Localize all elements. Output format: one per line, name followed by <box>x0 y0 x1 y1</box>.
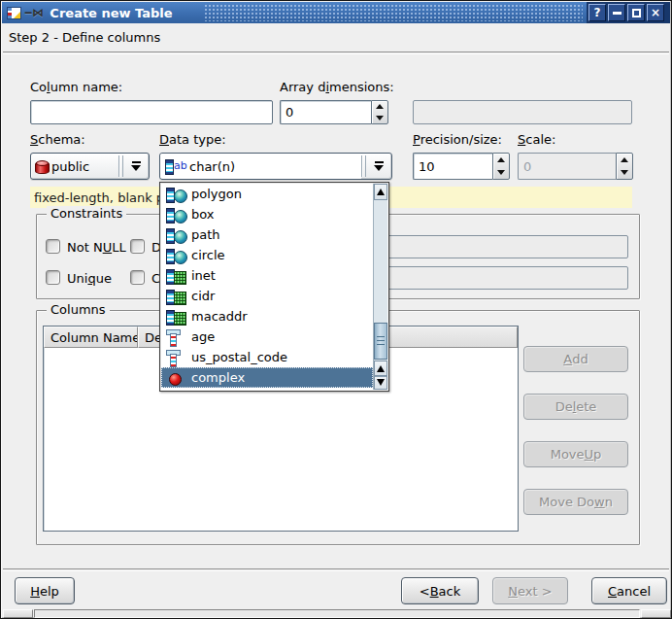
scale-spinner <box>518 153 633 180</box>
spin-up-icon[interactable] <box>617 154 632 166</box>
datatype-option[interactable]: us_postal_code <box>161 347 373 367</box>
statusbar <box>34 609 640 618</box>
option-label: complex <box>191 370 245 385</box>
geometry-type-icon <box>165 248 186 263</box>
domain-type-icon <box>165 350 186 365</box>
dropdown-scrollbar[interactable] <box>373 184 387 390</box>
spin-up-icon[interactable] <box>372 101 387 113</box>
precision-spin-buttons[interactable] <box>492 153 510 180</box>
spin-down-icon[interactable] <box>372 113 387 124</box>
arrow-down-icon <box>377 379 385 386</box>
add-button[interactable]: Add <box>523 346 628 372</box>
spin-down-icon[interactable] <box>493 166 509 179</box>
columns-group-title: Columns <box>47 302 110 317</box>
column-name-input[interactable] <box>30 100 273 124</box>
spin-up-icon[interactable] <box>493 154 509 166</box>
cancel-button[interactable]: Cancel <box>591 577 667 604</box>
check-checkbox[interactable] <box>130 270 145 285</box>
type-hint-text: fixed-length, blank pa <box>34 190 172 205</box>
network-type-icon <box>165 289 186 304</box>
data-type-combo[interactable]: char(n) <box>159 153 392 180</box>
char-type-icon <box>164 158 185 174</box>
network-type-icon <box>165 309 186 325</box>
array-dimensions-spinner <box>280 100 388 124</box>
datatype-option[interactable]: inet <box>161 265 373 286</box>
option-label: polygon <box>191 187 242 201</box>
datatype-option[interactable]: age <box>161 327 373 347</box>
back-button[interactable]: < Back <box>401 577 479 604</box>
delete-button[interactable]: Delete <box>523 394 628 420</box>
step-title: Step 2 - Define columns <box>9 30 160 45</box>
network-type-icon <box>165 268 186 284</box>
scrollbar-thumb[interactable] <box>374 323 387 360</box>
default-checkbox[interactable] <box>130 239 145 254</box>
minimize-button[interactable] <box>608 4 625 21</box>
titlebar-texture <box>204 4 583 21</box>
datatype-option[interactable]: path <box>161 224 373 245</box>
option-label: us_postal_code <box>191 350 287 364</box>
move-down-button[interactable]: Move Down <box>523 489 628 515</box>
array-dimensions-spin-buttons[interactable] <box>371 100 388 124</box>
unique-label: Unique <box>67 271 112 286</box>
datatype-option-selected[interactable]: complex <box>161 367 373 388</box>
scroll-down-button[interactable] <box>374 375 387 390</box>
datatype-option[interactable]: cidr <box>161 286 373 306</box>
create-new-table-dialog: ‒⋈ Create new Table ? × Step 2 - Define … <box>0 0 672 619</box>
auxiliary-disabled-field[interactable] <box>413 100 632 124</box>
unique-checkbox[interactable] <box>46 270 60 285</box>
array-dimensions-label: Array dimensions: <box>280 80 394 94</box>
datatype-option[interactable]: circle <box>161 245 373 265</box>
constraints-group-title: Constraints <box>47 206 126 221</box>
geometry-type-icon <box>165 187 186 202</box>
arrow-up-icon <box>377 189 385 195</box>
spin-down-icon[interactable] <box>617 166 632 179</box>
column-name-label: Column name: <box>30 80 122 94</box>
footer-separator <box>3 568 669 570</box>
data-type-dropdown-list: polygon box path circle inet cidr macadd… <box>159 182 389 392</box>
precision-label: Precision/size: <box>413 132 502 147</box>
dropdown-items: polygon box path circle inet cidr macadd… <box>161 184 373 390</box>
help-button[interactable]: Help <box>15 577 75 604</box>
move-up-button[interactable]: Move Up <box>523 441 628 467</box>
window-controls: ? × <box>587 2 670 23</box>
scale-input[interactable] <box>518 153 616 180</box>
option-label: circle <box>191 248 225 262</box>
scroll-up-button-bottom[interactable] <box>374 361 387 375</box>
option-label: cidr <box>191 289 215 303</box>
schema-dropdown-button[interactable] <box>123 161 149 171</box>
scale-spin-buttons[interactable] <box>616 153 633 180</box>
datatype-option[interactable]: polygon <box>161 184 373 204</box>
chevron-down-icon <box>374 165 384 171</box>
not-null-checkbox[interactable] <box>46 239 60 254</box>
precision-input[interactable] <box>413 153 492 180</box>
datatype-option[interactable]: macaddr <box>161 306 373 327</box>
data-type-label: Data type: <box>159 132 226 147</box>
scroll-up-button[interactable] <box>374 184 387 200</box>
data-type-dropdown-button[interactable] <box>366 161 391 171</box>
option-label: age <box>191 329 215 344</box>
datatype-option[interactable]: box <box>161 204 373 224</box>
pin-icon: ‒⋈ <box>24 7 44 19</box>
next-button[interactable]: Next > <box>492 577 568 604</box>
help-window-button[interactable]: ? <box>588 4 606 21</box>
chevron-down-icon <box>131 165 141 171</box>
data-type-value: char(n) <box>189 159 235 174</box>
schema-combo[interactable]: public <box>30 153 150 180</box>
option-label: inet <box>191 268 216 283</box>
column-name-header[interactable]: Column Name <box>44 327 138 348</box>
maximize-icon <box>632 9 641 17</box>
window-title: Create new Table <box>50 6 172 20</box>
titlebar[interactable]: ‒⋈ Create new Table ? × <box>2 2 670 23</box>
schema-value: public <box>51 159 89 174</box>
option-label: box <box>191 207 215 222</box>
minimize-icon <box>613 12 622 15</box>
not-null-label: Not NULL <box>67 240 126 255</box>
array-dimensions-input[interactable] <box>280 100 371 124</box>
option-label: path <box>191 227 220 242</box>
resize-grip-right[interactable] <box>641 609 671 618</box>
close-button[interactable]: × <box>647 4 664 21</box>
geometry-type-icon <box>165 207 186 223</box>
maximize-button[interactable] <box>627 4 645 21</box>
header-separator <box>3 52 669 53</box>
resize-grip-left[interactable] <box>3 609 33 618</box>
